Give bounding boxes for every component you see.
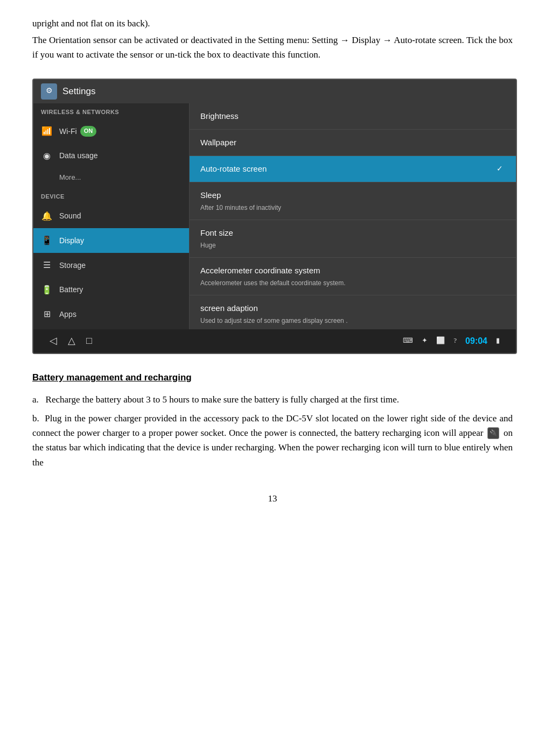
battery-para-b-part1: Plug in the power charger provided in th… [32, 413, 513, 438]
accelerometer-sub: Accelerometer uses the default coordinat… [200, 278, 505, 288]
page-number: 13 [32, 491, 513, 506]
display-label: Display [59, 235, 84, 246]
setting-row-wallpaper[interactable]: Wallpaper [190, 130, 516, 156]
menu-item-wifi[interactable]: 📶 Wi-Fi ON [33, 119, 189, 144]
sound-label: Sound [59, 210, 81, 222]
signal-icon: ✦ [422, 335, 428, 347]
menu-item-apps[interactable]: ⊞ Apps [33, 302, 189, 327]
settings-screenshot: ⚙ Settings WIRELESS & NETWORKS 📶 Wi-Fi O… [32, 79, 517, 354]
menu-item-sound[interactable]: 🔔 Sound [33, 204, 189, 229]
wifi-toggle[interactable]: ON [80, 126, 97, 137]
setting-row-sleep[interactable]: Sleep After 10 minutes of inactivity [190, 182, 516, 220]
storage-label: Storage [59, 259, 86, 271]
screen-adaption-sub: Used to adjust size of some games displa… [200, 316, 505, 326]
battery-para-a-text: Recharge the battery about 3 to 5 hours … [46, 394, 400, 405]
sound-icon: 🔔 [41, 209, 53, 223]
paragraph-2: The Orientation sensor can be activated … [32, 33, 513, 62]
battery-status-icon: ▮ [496, 335, 500, 347]
section-wireless: WIRELESS & NETWORKS [33, 103, 189, 119]
wifi-icon: 📶 [41, 124, 53, 138]
battery-para-b-label: b. [32, 413, 39, 423]
paragraph-1: upright and not flat on its back). [32, 16, 513, 31]
menu-item-more[interactable]: More... [33, 168, 189, 188]
back-button[interactable]: ◁ [50, 333, 57, 349]
settings-body: WIRELESS & NETWORKS 📶 Wi-Fi ON ◉ Data us… [33, 103, 516, 329]
section-personal: PERSONAL [33, 327, 189, 329]
menu-item-data-usage[interactable]: ◉ Data usage [33, 144, 189, 168]
battery-para-b: b. Plug in the power charger provided in… [32, 411, 513, 470]
title-bar: ⚙ Settings [33, 80, 516, 103]
battery-para-a: a. Recharge the battery about 3 to 5 hou… [32, 392, 513, 407]
sleep-sub: After 10 minutes of inactivity [200, 203, 505, 213]
settings-icon: ⚙ [41, 83, 57, 100]
setting-row-accelerometer[interactable]: Accelerometer coordinate system Accelero… [190, 258, 516, 295]
wifi-label: Wi-Fi [59, 125, 77, 137]
section-device: DEVICE [33, 188, 189, 204]
right-panel: Brightness Wallpaper Auto-rotate screen … [190, 103, 516, 329]
menu-item-display[interactable]: 📱 Display [33, 228, 189, 253]
data-usage-icon: ◉ [41, 149, 53, 163]
wifi-status-icon: ⬜ [436, 335, 445, 347]
setting-row-brightness[interactable]: Brightness [190, 103, 516, 130]
battery-charging-icon: 🔌 [487, 427, 499, 439]
setting-row-font-size[interactable]: Font size Huge [190, 220, 516, 258]
left-panel: WIRELESS & NETWORKS 📶 Wi-Fi ON ◉ Data us… [33, 103, 190, 329]
apps-label: Apps [59, 308, 76, 320]
font-size-sub: Huge [200, 241, 505, 251]
alert-icon: ? [453, 335, 457, 347]
menu-item-storage[interactable]: ☰ Storage [33, 253, 189, 278]
display-icon: 📱 [41, 234, 53, 248]
setting-row-screen-adaption[interactable]: screen adaption Used to adjust size of s… [190, 295, 516, 329]
data-usage-label: Data usage [59, 150, 98, 161]
nav-left-buttons: ◁ △ □ [50, 333, 92, 349]
keyboard-icon: ⌨ [403, 335, 413, 347]
menu-item-battery[interactable]: 🔋 Battery [33, 278, 189, 302]
home-button[interactable]: △ [68, 333, 75, 349]
time-display: 09:04 [465, 334, 487, 348]
setting-row-auto-rotate[interactable]: Auto-rotate screen ✓ [190, 156, 516, 182]
battery-para-a-label: a. [32, 394, 39, 405]
battery-section-heading: Battery management and recharging [32, 370, 513, 385]
apps-icon: ⊞ [41, 307, 53, 321]
battery-icon: 🔋 [41, 283, 53, 297]
recent-button[interactable]: □ [86, 333, 92, 349]
nav-bar: ◁ △ □ ⌨ ✦ ⬜ ? 09:04 ▮ [33, 329, 516, 353]
settings-title: Settings [62, 84, 95, 98]
auto-rotate-checkbox[interactable]: ✓ [494, 164, 505, 174]
battery-label: Battery [59, 284, 83, 295]
storage-icon: ☰ [41, 258, 53, 272]
nav-right-icons: ⌨ ✦ ⬜ ? 09:04 ▮ [403, 334, 500, 348]
